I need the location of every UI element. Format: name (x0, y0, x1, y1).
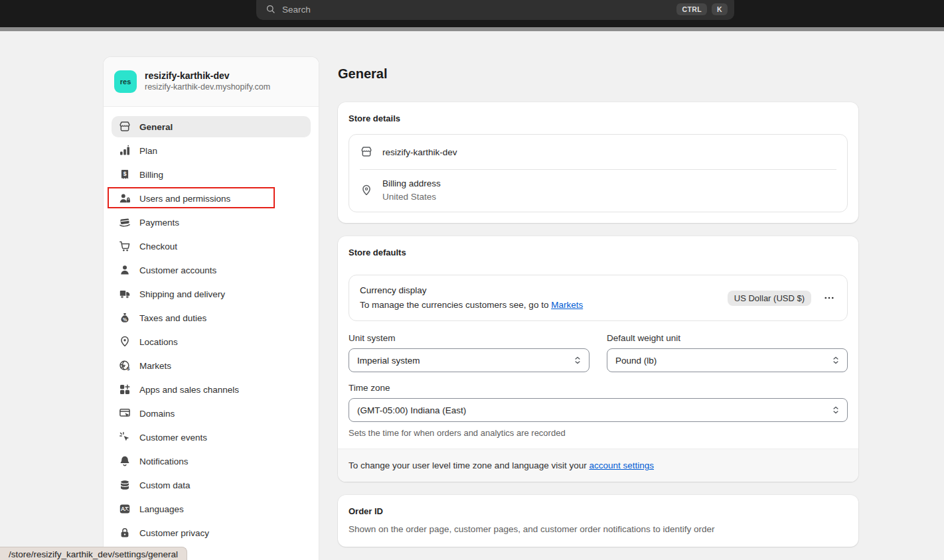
sidebar-item-label: Customer events (139, 433, 207, 443)
location-pin-icon (360, 184, 373, 197)
unit-system-field: Unit system Imperial system (349, 333, 590, 372)
time-zone-label: Time zone (349, 383, 848, 393)
svg-text:$: $ (127, 366, 130, 372)
sidebar-item-label: Custom data (139, 480, 191, 490)
weight-unit-field: Default weight unit Pound (lb) (607, 333, 848, 372)
search-placeholder: Search (282, 5, 311, 15)
weight-unit-label: Default weight unit (607, 333, 848, 344)
k-key-badge: K (712, 3, 728, 16)
sidebar-item-label: General (139, 122, 173, 132)
sidebar-item-apps-and-sales-channels[interactable]: Apps and sales channels (112, 379, 311, 400)
sidebar-item-taxes-and-duties[interactable]: % Taxes and duties (112, 307, 311, 328)
svg-text:$: $ (123, 171, 127, 177)
updown-chevron-icon (572, 355, 583, 366)
customer-events-icon (118, 431, 131, 444)
settings-sidebar: res resizify-karthik-dev resizify-karthi… (103, 56, 319, 560)
sidebar-item-label: Domains (139, 409, 175, 419)
currency-description-text: To manage the currencies customers see, … (360, 300, 551, 310)
billing-address-row[interactable]: Billing address United States (349, 170, 847, 212)
sidebar-item-payments[interactable]: Payments (112, 212, 311, 233)
sidebar-item-label: Billing (139, 170, 163, 180)
footer-text: To change your user level time zone and … (349, 460, 589, 470)
sidebar-item-custom-data[interactable]: Custom data (112, 474, 311, 496)
custom-data-icon (118, 478, 131, 492)
locations-icon (118, 335, 131, 348)
sidebar-item-notifications[interactable]: Notifications (112, 451, 311, 472)
sidebar-item-languages[interactable]: A Languages (112, 498, 311, 520)
search-icon (266, 4, 276, 15)
sidebar-item-label: Apps and sales channels (139, 385, 239, 395)
search-input[interactable]: Search CTRL K (256, 0, 734, 20)
apps-icon (118, 383, 131, 396)
unit-system-value: Imperial system (357, 356, 420, 366)
shipping-icon (118, 287, 131, 301)
currency-display-box: Currency display To manage the currencie… (349, 275, 848, 321)
sidebar-item-label: Customer accounts (139, 265, 216, 275)
store-details-heading: Store details (349, 113, 848, 125)
link-status-tooltip: /store/resizify_karthik_dev/settings/gen… (0, 547, 187, 560)
sidebar-item-label: Locations (139, 337, 178, 347)
order-id-heading: Order ID (349, 506, 848, 518)
unit-system-select[interactable]: Imperial system (349, 348, 590, 372)
store-name-row[interactable]: resizify-karthik-dev (349, 135, 847, 169)
store-avatar: res (114, 70, 137, 93)
sidebar-item-label: Users and permissions (139, 194, 230, 204)
store-details-card: Store details resizify-karthik-dev Billi… (338, 102, 858, 223)
sidebar-item-label: Checkout (139, 242, 177, 251)
sidebar-item-domains[interactable]: Domains (112, 403, 311, 424)
sidebar-item-users-and-permissions[interactable]: Users and permissions (112, 188, 311, 209)
store-defaults-card: Store defaults Currency display To manag… (338, 236, 858, 482)
sidebar-item-general[interactable]: General (112, 116, 311, 137)
weight-unit-select[interactable]: Pound (lb) (607, 348, 848, 372)
currency-display-description: To manage the currencies customers see, … (360, 298, 583, 313)
sidebar-item-customer-events[interactable]: Customer events (112, 427, 311, 448)
top-bar: Search CTRL K (0, 0, 944, 27)
currency-menu-button[interactable] (822, 291, 836, 305)
weight-unit-value: Pound (lb) (615, 356, 657, 366)
domains-icon (118, 407, 131, 420)
store-defaults-footer: To change your user level time zone and … (338, 449, 858, 482)
svg-text:%: % (123, 317, 127, 322)
main-content: General Store details resizify-karthik-d… (338, 31, 858, 547)
sidebar-item-label: Customer privacy (139, 528, 209, 538)
store-details-box: resizify-karthik-dev Billing address Uni… (349, 134, 848, 212)
updown-chevron-icon (830, 405, 841, 415)
storefront-icon (118, 120, 131, 133)
currency-display-label: Currency display (360, 283, 583, 298)
store-domain: resizify-karthik-dev.myshopify.com (145, 82, 270, 94)
customer-accounts-icon (118, 263, 131, 277)
time-zone-field: Time zone (GMT-05:00) Indiana (East) Set… (349, 383, 848, 438)
sidebar-item-label: Markets (139, 361, 171, 371)
sidebar-item-label: Payments (139, 218, 179, 228)
order-id-description: Shown on the order page, customer pages,… (349, 523, 848, 536)
sidebar-item-plan[interactable]: Plan (112, 140, 311, 161)
taxes-icon: % (118, 311, 131, 324)
sidebar-item-locations[interactable]: Locations (112, 331, 311, 352)
time-zone-value: (GMT-05:00) Indiana (East) (357, 405, 466, 415)
sidebar-item-markets[interactable]: $ Markets (112, 355, 311, 376)
topbar-separator (0, 27, 944, 31)
notifications-icon (118, 455, 131, 468)
store-name-value: resizify-karthik-dev (382, 147, 457, 157)
billing-address-label: Billing address (382, 178, 441, 188)
account-settings-link[interactable]: account settings (589, 460, 654, 470)
languages-icon: A (118, 502, 131, 516)
checkout-icon (118, 240, 131, 253)
sidebar-item-billing[interactable]: $ Billing (112, 164, 311, 185)
sidebar-item-shipping-and-delivery[interactable]: Shipping and delivery (112, 283, 311, 305)
horizontal-dots-icon (823, 292, 835, 304)
time-zone-help: Sets the time for when orders and analyt… (349, 428, 848, 438)
svg-text:A: A (121, 506, 125, 512)
store-name: resizify-karthik-dev (145, 70, 270, 82)
time-zone-select[interactable]: (GMT-05:00) Indiana (East) (349, 398, 848, 422)
sidebar-item-label: Plan (139, 146, 157, 156)
markets-icon: $ (118, 359, 131, 372)
sidebar-item-customer-privacy[interactable]: Customer privacy (112, 522, 311, 543)
plan-icon (118, 144, 131, 157)
ctrl-key-badge: CTRL (676, 3, 707, 16)
sidebar-item-checkout[interactable]: Checkout (112, 236, 311, 257)
payments-icon (118, 216, 131, 229)
store-header[interactable]: res resizify-karthik-dev resizify-karthi… (104, 57, 319, 107)
sidebar-item-customer-accounts[interactable]: Customer accounts (112, 259, 311, 281)
markets-link[interactable]: Markets (551, 300, 583, 310)
